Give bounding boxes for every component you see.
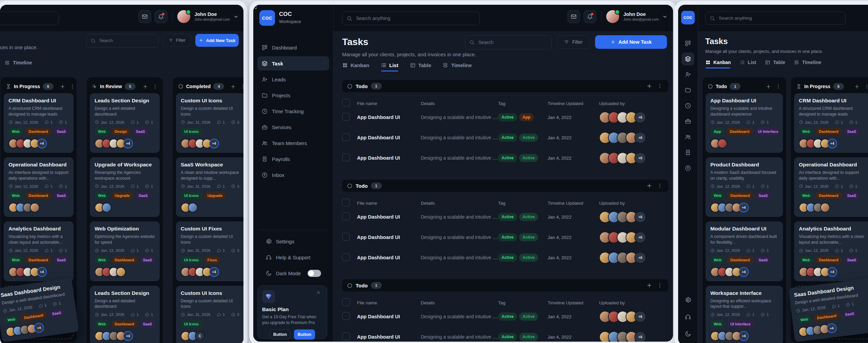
kanban-card[interactable]: Product DashboardA modern SaaS dashboard…	[706, 157, 783, 217]
sidebar-item-time-tracking[interactable]: Time Tracking	[257, 104, 329, 118]
column-menu-button[interactable]	[152, 83, 159, 90]
rail-item-time-tracking[interactable]	[682, 99, 694, 112]
row-checkbox[interactable]	[342, 133, 350, 141]
plan-secondary-button[interactable]: Button	[270, 329, 291, 340]
kanban-card[interactable]: CRM Dashboard UIA structured CRM dashboa…	[794, 93, 868, 153]
table-row[interactable]: App Dashboard UIDesigning a scalable and…	[342, 107, 668, 127]
dark-mode-toggle[interactable]	[308, 270, 321, 277]
row-checkbox[interactable]	[342, 332, 350, 340]
kanban-card[interactable]: Workspace InterfaceDesigning an efficien…	[706, 286, 783, 343]
tab-list[interactable]: List	[381, 62, 398, 68]
rail-item-inbox[interactable]	[682, 162, 694, 175]
search-input[interactable]	[0, 15, 55, 21]
row-checkbox[interactable]	[342, 233, 350, 241]
kanban-card[interactable]: Upgrade of WorkspaceRevamping the Agenci…	[90, 157, 160, 217]
notifications-button[interactable]	[584, 10, 596, 23]
task-search-input[interactable]	[99, 38, 154, 43]
kanban-card[interactable]: Leads Section DesignDesign a well detail…	[90, 93, 160, 153]
topbar-search[interactable]	[342, 12, 480, 25]
section-menu-button[interactable]	[656, 182, 664, 189]
notifications-button[interactable]	[155, 10, 167, 23]
add-card-button[interactable]	[765, 83, 772, 90]
kanban-card[interactable]: Analytics DashboardVisualizing key metri…	[4, 221, 74, 281]
add-row-button[interactable]	[646, 282, 653, 289]
rail-item-payrolls[interactable]	[682, 146, 694, 159]
rail-item-services[interactable]	[682, 115, 694, 128]
kanban-card[interactable]: Analytics DashboardVisualizing key metri…	[794, 221, 868, 281]
toolbar-search[interactable]	[86, 34, 159, 47]
sidebar-item-inbox[interactable]: Inbox	[257, 168, 329, 182]
add-card-button[interactable]	[142, 83, 149, 90]
mail-button[interactable]	[567, 10, 580, 23]
kanban-card[interactable]: App Dashboard UIDesigning a scalable and…	[706, 93, 783, 153]
tab-kanban[interactable]: Kanban	[705, 60, 731, 65]
avatar[interactable]	[177, 10, 190, 23]
kanban-card[interactable]: Modular Dashboard UIA component driven d…	[706, 221, 783, 281]
table-row[interactable]: App Dashboard UIDesigning a scalable and…	[342, 247, 668, 268]
tab-timeline[interactable]: Timeline	[5, 60, 32, 65]
tab-list[interactable]: List	[739, 60, 756, 65]
kanban-card[interactable]: Leads Section DesignDesign a well detail…	[90, 286, 160, 343]
search-input[interactable]	[718, 15, 841, 21]
sidebar-item-team-members[interactable]: Team Members	[257, 136, 329, 150]
rail-item-team-members[interactable]	[682, 130, 694, 143]
filter-button[interactable]: Filter	[163, 34, 191, 47]
kanban-card[interactable]: Web OptimizationOptimizing the Agencies …	[90, 221, 160, 281]
select-all-checkbox[interactable]	[342, 199, 350, 206]
tab-timeline[interactable]: Timeline	[794, 60, 822, 65]
add-new-task-button[interactable]: Add New Task	[195, 34, 239, 47]
kanban-card[interactable]: Operational DashboardAn interface design…	[4, 157, 74, 217]
search-input[interactable]	[355, 15, 475, 21]
kanban-card[interactable]: SaaS WorkspaceA clean and intuitive work…	[176, 157, 243, 217]
add-card-button[interactable]	[59, 83, 66, 90]
column-menu-button[interactable]	[863, 83, 868, 90]
sidebar-item-dark-mode[interactable]: Dark Mode	[261, 266, 325, 280]
topbar-search[interactable]	[705, 12, 846, 25]
table-row[interactable]: App Dashboard UIDesigning a scalable and…	[342, 127, 668, 148]
tab-timeline[interactable]: Timeline	[443, 62, 472, 68]
sidebar-item-leads[interactable]: Leads	[257, 72, 329, 86]
task-search-input[interactable]	[478, 39, 547, 45]
kanban-card[interactable]: Custom UI IconsDesign a custom detailed …	[176, 286, 243, 343]
add-row-button[interactable]	[646, 82, 653, 90]
avatar[interactable]	[606, 10, 619, 23]
sidebar-item-services[interactable]: Services	[257, 120, 329, 134]
tab-table[interactable]: Table	[765, 60, 785, 65]
sidebar-item-payrolls[interactable]: Payrolls	[257, 152, 329, 166]
topbar-search[interactable]	[0, 12, 59, 25]
close-icon[interactable]	[314, 290, 323, 296]
filter-button[interactable]: Filter	[557, 35, 590, 49]
sidebar-item-help-support[interactable]: Help & Support	[261, 250, 325, 264]
row-checkbox[interactable]	[342, 213, 350, 220]
rail-item-dark-mode[interactable]	[682, 327, 694, 340]
rail-item-help-&-support[interactable]	[682, 310, 694, 323]
kanban-card[interactable]: CRM Dashboard UIA structured CRM dashboa…	[4, 93, 74, 153]
add-new-task-button[interactable]: Add New Task	[595, 35, 667, 49]
rail-item-leads[interactable]	[682, 68, 694, 81]
table-row[interactable]: App Dashboard UIDesigning a scalable and…	[342, 327, 668, 342]
kanban-card[interactable]: Custom UI FixesDesign a custom detailed …	[176, 221, 243, 281]
column-menu-button[interactable]	[239, 83, 243, 90]
tab-table[interactable]: Table	[410, 62, 431, 68]
section-menu-button[interactable]	[656, 82, 664, 90]
sidebar-item-projects[interactable]: Projects	[257, 88, 329, 102]
column-menu-button[interactable]	[775, 83, 782, 90]
sidebar-item-settings[interactable]: Settings	[261, 234, 325, 248]
table-row[interactable]: App Dashboard UIDesigning a scalable and…	[342, 148, 668, 168]
select-all-checkbox[interactable]	[342, 298, 350, 306]
row-checkbox[interactable]	[342, 312, 350, 320]
kanban-card[interactable]: Custom UI IconsDesign a custom detailed …	[176, 93, 243, 153]
section-menu-button[interactable]	[656, 282, 664, 289]
rail-item-task[interactable]	[682, 53, 694, 65]
plan-primary-button[interactable]: Button	[294, 329, 315, 340]
tab-kanban[interactable]: Kanban	[342, 62, 369, 68]
kanban-card[interactable]: Saas Dashboard DesignDesign a well detai…	[788, 278, 868, 342]
row-checkbox[interactable]	[342, 113, 350, 121]
sidebar-item-dashboard[interactable]: Dashboard	[257, 40, 329, 55]
rail-item-projects[interactable]	[682, 84, 694, 97]
rail-item-settings[interactable]	[682, 294, 694, 306]
kanban-card[interactable]: Operational DashboardAn interface design…	[794, 157, 868, 217]
row-checkbox[interactable]	[342, 253, 350, 261]
row-checkbox[interactable]	[342, 154, 350, 161]
add-card-button[interactable]	[230, 83, 237, 90]
